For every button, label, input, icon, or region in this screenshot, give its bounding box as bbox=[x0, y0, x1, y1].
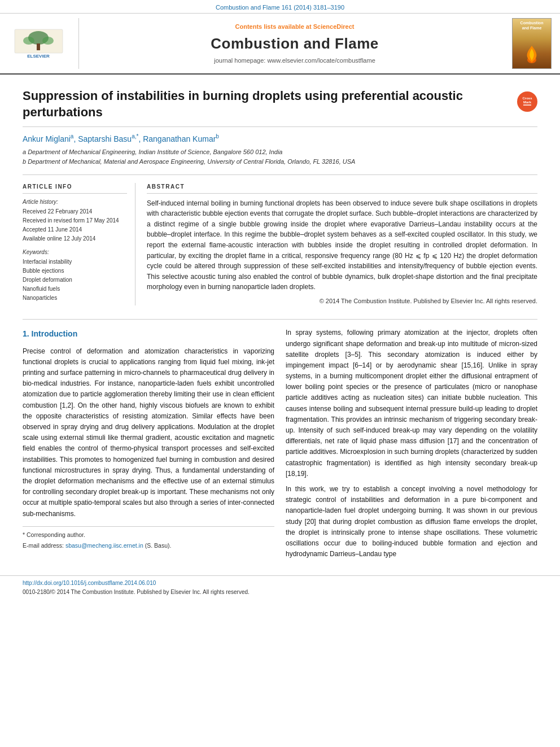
email-address: sbasu@mecheng.iisc.ernet.in bbox=[65, 542, 143, 549]
abstract-text: Self-induced internal boiling in burning… bbox=[147, 198, 537, 292]
email-note: E-mail address: sbasu@mecheng.iisc.ernet… bbox=[23, 541, 274, 551]
journal-volume-info: Combustion and Flame 161 (2014) 3181–319… bbox=[216, 4, 344, 11]
journal-cover-thumb: Combustionand Flame bbox=[509, 18, 554, 69]
science-direct-brand: ScienceDirect bbox=[313, 23, 355, 30]
section-number: 1. bbox=[23, 329, 29, 338]
article-history: Article history: Received 22 February 20… bbox=[23, 198, 127, 243]
abstract-copyright: © 2014 The Combustion Institute. Publish… bbox=[147, 297, 537, 305]
author3-name: Ranganathan Kumar bbox=[143, 134, 216, 143]
left-column: 1. Introduction Precise control of defor… bbox=[23, 327, 274, 564]
footer-issn: 0010-2180/© 2014 The Combustion Institut… bbox=[23, 588, 537, 596]
svg-point-3 bbox=[23, 37, 34, 45]
svg-text:ELSEVIER: ELSEVIER bbox=[27, 54, 50, 59]
crossmark-badge: Cross Mark bbox=[517, 91, 537, 112]
cover-flame-svg bbox=[520, 43, 543, 65]
top-journal-bar: Combustion and Flame 161 (2014) 3181–319… bbox=[0, 0, 560, 14]
article-body: Suppression of instabilities in burning … bbox=[0, 75, 560, 575]
journal-homepage: journal homepage: www.elsevier.com/locat… bbox=[214, 56, 375, 65]
keywords-section: Keywords: Interfacial instability Bubble… bbox=[23, 248, 127, 302]
footer-doi: http://dx.doi.org/10.1016/j.combustflame… bbox=[23, 579, 537, 587]
author1-sup: a bbox=[71, 133, 74, 139]
journal-title-center: Contents lists available at ScienceDirec… bbox=[86, 18, 504, 69]
revised-date: Received in revised form 17 May 2014 bbox=[23, 217, 127, 225]
svg-point-4 bbox=[42, 37, 54, 45]
email-person: (S. Basu). bbox=[145, 542, 172, 549]
abstract-heading: Abstract bbox=[147, 183, 537, 194]
history-title-label: Article history: bbox=[23, 198, 127, 206]
intro-para2: In spray systems, following primary atom… bbox=[286, 327, 537, 479]
contents-label: Contents lists available at bbox=[235, 23, 312, 30]
keywords-label: Keywords: bbox=[23, 248, 127, 256]
science-direct-line: Contents lists available at ScienceDirec… bbox=[235, 23, 355, 31]
corresponding-author-note: * Corresponding author. bbox=[23, 530, 274, 540]
keyword-2: Bubble ejections bbox=[23, 267, 127, 275]
main-journal-title: Combustion and Flame bbox=[211, 33, 378, 54]
available-date: Available online 12 July 2014 bbox=[23, 235, 127, 243]
author2-sup: a,* bbox=[132, 133, 138, 139]
intro-para1: Precise control of deformation and atomi… bbox=[23, 346, 274, 519]
affiliation-b: b Department of Mechanical, Material and… bbox=[23, 158, 537, 166]
keyword-5: Nanoparticles bbox=[23, 294, 127, 302]
abstract-body: Self-induced internal boiling in burning… bbox=[147, 199, 537, 291]
keyword-4: Nanofluid fuels bbox=[23, 285, 127, 293]
keyword-1: Interfacial instability bbox=[23, 258, 127, 266]
author2-name: Saptarshi Basu bbox=[78, 134, 132, 143]
article-info-abstract: Article Info Article history: Received 2… bbox=[23, 174, 537, 312]
email-label: E-mail address: bbox=[23, 542, 64, 549]
crossmark-icon: Cross Mark bbox=[517, 91, 537, 112]
cover-box: Combustionand Flame bbox=[512, 18, 552, 69]
section-divider bbox=[23, 319, 537, 320]
article-info-panel: Article Info Article history: Received 2… bbox=[23, 183, 135, 306]
right-column: In spray systems, following primary atom… bbox=[286, 327, 537, 564]
received-date: Received 22 February 2014 bbox=[23, 208, 127, 216]
article-title: Suppression of instabilities in burning … bbox=[23, 88, 485, 120]
cover-box-title: Combustionand Flame bbox=[520, 21, 544, 30]
affiliations: a Department of Mechanical Engineering, … bbox=[23, 148, 537, 167]
svg-text:Mark: Mark bbox=[523, 101, 532, 104]
journal-header: ELSEVIER Contents lists available at Sci… bbox=[0, 14, 560, 75]
accepted-date: Accepted 11 June 2014 bbox=[23, 226, 127, 234]
main-content: 1. Introduction Precise control of defor… bbox=[23, 327, 537, 575]
article-info-heading: Article Info bbox=[23, 183, 127, 194]
svg-rect-2 bbox=[37, 43, 40, 50]
intro-heading: 1. Introduction bbox=[23, 327, 274, 340]
author3-sup: b bbox=[216, 133, 219, 139]
author1-name: Ankur Miglani bbox=[23, 134, 71, 143]
authors-section: Ankur Miglania, Saptarshi Basua,*, Ranga… bbox=[23, 127, 537, 170]
svg-text:Cross: Cross bbox=[522, 97, 532, 100]
article-title-section: Suppression of instabilities in burning … bbox=[23, 75, 537, 126]
section-title: Introduction bbox=[32, 329, 78, 338]
keyword-3: Droplet deformation bbox=[23, 276, 127, 284]
elsevier-logo-area: ELSEVIER bbox=[6, 18, 79, 69]
intro-para3: In this work, we try to establish a conc… bbox=[286, 484, 537, 560]
affiliation-a: a Department of Mechanical Engineering, … bbox=[23, 148, 537, 156]
authors-line: Ankur Miglania, Saptarshi Basua,*, Ranga… bbox=[23, 133, 537, 145]
abstract-section: Abstract Self-induced internal boiling i… bbox=[147, 183, 537, 306]
page-footer: http://dx.doi.org/10.1016/j.combustflame… bbox=[0, 575, 560, 600]
elsevier-logo-svg: ELSEVIER bbox=[9, 27, 68, 60]
footnotes: * Corresponding author. E-mail address: … bbox=[23, 526, 274, 551]
